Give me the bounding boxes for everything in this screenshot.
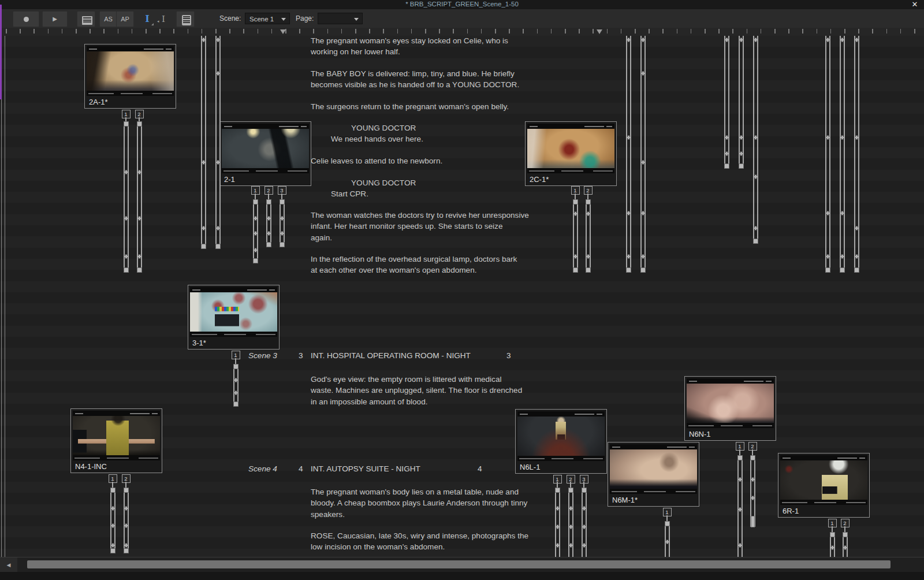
lining-track[interactable] <box>739 36 744 166</box>
shot-thumbnail[interactable]: 2A-1* <box>84 44 176 109</box>
track-end-handle[interactable] <box>739 163 744 169</box>
script-dialogue-text[interactable]: Start CPR. <box>331 188 368 199</box>
track-end-handle[interactable] <box>825 267 830 273</box>
shot-thumbnail[interactable]: 6R-1 <box>778 453 870 518</box>
script-character-text[interactable]: YOUNG DOCTOR <box>351 122 416 133</box>
track-start-handle[interactable] <box>253 199 258 205</box>
track-start-handle[interactable] <box>233 364 239 369</box>
track-start-handle[interactable] <box>750 455 755 460</box>
script-action-text[interactable]: ROSE, Caucasian, late 30s, wiry and inte… <box>311 530 528 553</box>
notes-page-button[interactable] <box>176 11 195 27</box>
track-end-handle[interactable] <box>753 239 758 244</box>
track-start-handle[interactable] <box>737 455 743 460</box>
shot-thumbnail[interactable]: N6N-1 <box>684 376 776 441</box>
lining-track[interactable] <box>830 534 835 557</box>
lining-track[interactable] <box>555 490 560 557</box>
track-start-handle[interactable] <box>555 488 560 493</box>
lining-track[interactable] <box>266 202 271 245</box>
track-start-handle[interactable] <box>266 199 271 205</box>
track-start-handle[interactable] <box>124 488 129 493</box>
lining-track[interactable] <box>640 36 646 270</box>
script-action-text[interactable]: In the reflection of the overhead surgic… <box>311 254 517 276</box>
lining-track[interactable] <box>843 534 848 557</box>
lining-track[interactable] <box>124 124 129 270</box>
script-action-text[interactable]: The pregnant woman's body lies on a meta… <box>311 486 527 520</box>
track-end-handle[interactable] <box>573 267 578 273</box>
lining-track[interactable] <box>568 490 573 557</box>
script-action-text[interactable]: God's eye view: the empty room is litter… <box>311 374 522 407</box>
track-start-handle[interactable] <box>586 199 591 205</box>
track-start-handle[interactable] <box>843 532 848 537</box>
log-table-button[interactable] <box>77 11 95 27</box>
script-dialogue-text[interactable]: We need hands over here. <box>331 133 423 144</box>
ruler-marker-icon[interactable] <box>597 29 602 34</box>
scene-select[interactable]: Scene 1 <box>245 13 290 24</box>
shot-thumbnail[interactable]: N6L-1 <box>515 409 607 474</box>
track-start-handle[interactable] <box>137 121 142 127</box>
scroll-left-icon[interactable]: ◀ <box>0 557 17 572</box>
as-button[interactable]: AS <box>99 11 117 27</box>
track-start-handle[interactable] <box>124 121 129 127</box>
track-end-handle[interactable] <box>854 267 859 273</box>
lining-track[interactable] <box>582 490 587 557</box>
script-action-text[interactable]: Celie leaves to attend to the newborn. <box>311 155 442 166</box>
script-action-text[interactable]: The BABY BOY is delivered: limp, tiny, a… <box>311 68 519 91</box>
lining-track[interactable] <box>201 36 206 247</box>
shot-thumbnail[interactable]: N4-1-INC <box>70 408 162 473</box>
lining-track[interactable] <box>737 458 743 557</box>
scene-header-row[interactable]: Scene 33INT. HOSPITAL OPERATING ROOM - N… <box>0 351 924 362</box>
page-select[interactable] <box>318 13 363 24</box>
lining-track[interactable] <box>573 202 578 270</box>
track-start-handle[interactable] <box>665 521 670 526</box>
shot-thumbnail[interactable]: 2-1 <box>219 121 311 186</box>
lining-track[interactable] <box>825 36 830 270</box>
close-icon[interactable]: ✕ <box>910 0 919 9</box>
track-start-handle[interactable] <box>573 199 578 205</box>
track-start-handle[interactable] <box>280 199 285 205</box>
text-cursor-tool-button[interactable]: I <box>139 11 156 27</box>
play-button[interactable]: ▶ <box>42 11 68 27</box>
script-canvas[interactable]: The pregnant woman's eyes stay locked on… <box>0 36 924 557</box>
lining-track[interactable] <box>626 36 631 270</box>
shot-thumbnail[interactable]: N6M-1* <box>608 442 699 507</box>
track-end-handle[interactable] <box>724 163 729 169</box>
track-end-handle[interactable] <box>840 267 845 273</box>
lining-track[interactable] <box>753 36 758 241</box>
lining-track[interactable] <box>586 202 591 270</box>
track-end-bar-handle[interactable] <box>751 516 755 527</box>
lining-track[interactable] <box>253 202 258 261</box>
lining-track[interactable] <box>280 202 285 245</box>
script-character-text[interactable]: YOUNG DOCTOR <box>351 177 416 188</box>
shot-thumbnail[interactable]: 3-1* <box>188 285 280 350</box>
lining-track[interactable] <box>665 523 670 557</box>
select-cursor-tool-button[interactable]: I ◂ <box>155 11 172 27</box>
track-end-handle[interactable] <box>586 267 591 273</box>
lining-track[interactable] <box>233 366 239 404</box>
track-start-handle[interactable] <box>582 488 587 493</box>
ruler-marker-icon[interactable] <box>280 29 286 34</box>
lining-track[interactable] <box>724 36 729 166</box>
track-end-handle[interactable] <box>280 242 285 247</box>
lining-track[interactable] <box>110 490 116 551</box>
track-start-handle[interactable] <box>110 488 116 493</box>
track-start-handle[interactable] <box>830 532 835 537</box>
ap-button[interactable]: AP <box>116 11 134 27</box>
lining-track[interactable] <box>750 458 755 527</box>
track-end-handle[interactable] <box>215 244 221 249</box>
track-end-handle[interactable] <box>626 267 631 273</box>
track-start-handle[interactable] <box>568 488 573 493</box>
lining-track[interactable] <box>215 36 221 247</box>
scrollbar-thumb[interactable] <box>27 560 891 568</box>
lining-track[interactable] <box>854 36 859 270</box>
track-end-handle[interactable] <box>124 267 129 273</box>
lining-track[interactable] <box>124 490 129 551</box>
script-action-text[interactable]: The pregnant woman's eyes stay locked on… <box>311 36 508 58</box>
script-action-text[interactable]: The surgeons return to the pregnant woma… <box>311 101 509 112</box>
track-end-handle[interactable] <box>110 548 116 553</box>
script-action-text[interactable]: The woman watches the doctors try to rev… <box>311 210 529 243</box>
record-button[interactable] <box>13 11 39 27</box>
lining-track[interactable] <box>137 124 142 270</box>
track-end-handle[interactable] <box>201 244 206 249</box>
track-end-handle[interactable] <box>233 401 239 407</box>
horizontal-scrollbar[interactable]: ◀ <box>0 557 924 572</box>
